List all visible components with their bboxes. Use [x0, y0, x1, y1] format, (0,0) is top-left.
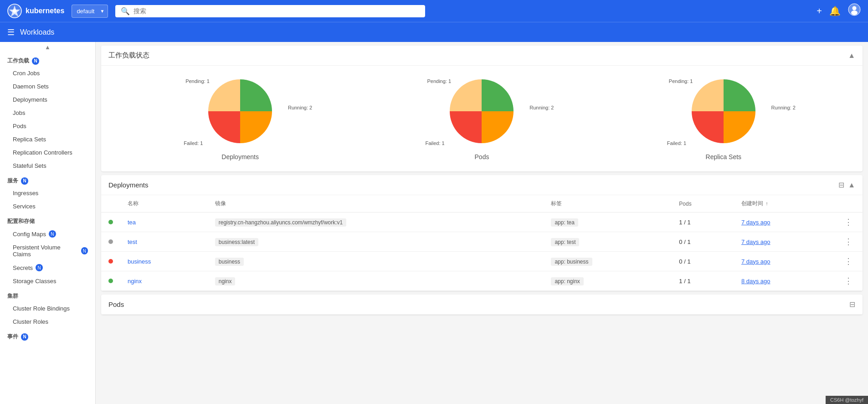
row-3-tag-cell: app: nginx — [544, 271, 672, 291]
replica-sets-running-label: Running: 2 — [771, 105, 796, 110]
sidebar-section-events[interactable]: 事件 N — [0, 328, 95, 342]
row-0-more-cell: ⋮ — [834, 212, 863, 232]
pods-running-label: Running: 2 — [529, 105, 554, 110]
user-menu-button[interactable] — [848, 3, 861, 19]
table-row: business business app: business 0 / 1 7 … — [101, 252, 863, 271]
sidebar-section-cluster[interactable]: 集群 — [0, 288, 95, 302]
sidebar-item-replication-controllers[interactable]: Replication Controllers — [0, 146, 95, 159]
sidebar-item-cluster-role-bindings[interactable]: Cluster Role Bindings — [0, 302, 95, 315]
row-0-tag-cell: app: tea — [544, 212, 672, 232]
deployments-card-header: Deployments ⊟ ▲ — [101, 175, 863, 195]
row-1-created-time[interactable]: 7 days ago — [741, 238, 770, 245]
deployments-running-label: Running: 2 — [288, 105, 312, 110]
sidebar-item-stateful-sets[interactable]: Stateful Sets — [0, 159, 95, 172]
pods-filter-icon[interactable]: ⊟ — [849, 300, 855, 309]
replica-sets-pending-label: Pending: 1 — [669, 78, 693, 84]
top-navigation: kubernetes default 🔍 + 🔔 — [0, 0, 868, 22]
svg-point-4 — [853, 6, 857, 10]
deployments-chart-item: Pending: 1 Running: 2 Failed: 1 Deployme… — [204, 75, 277, 161]
row-2-created-time[interactable]: 7 days ago — [741, 258, 770, 265]
add-button[interactable]: + — [817, 6, 822, 16]
row-0-more-button[interactable]: ⋮ — [842, 217, 855, 228]
workload-status-collapse-button[interactable]: ▲ — [848, 52, 855, 60]
workload-status-header: 工作负载状态 ▲ — [101, 46, 863, 66]
user-avatar-icon — [848, 3, 861, 16]
row-0-created-time[interactable]: 7 days ago — [741, 219, 770, 226]
search-input[interactable] — [134, 7, 420, 15]
row-1-pods-cell: 0 / 1 — [672, 232, 734, 252]
sidebar-item-jobs[interactable]: Jobs — [0, 106, 95, 119]
sidebar-item-storage-classes[interactable]: Storage Classes — [0, 275, 95, 288]
table-row: tea registry.cn-hangzhou.aliyuncs.com/wm… — [101, 212, 863, 232]
config-maps-label: Config Maps — [13, 231, 46, 238]
sidebar-section-workloads-label: 工作负载 — [7, 57, 29, 65]
row-0-status-dot — [108, 220, 113, 224]
main-content: 工作负载状态 ▲ — [96, 42, 868, 404]
sidebar-scroll-up[interactable]: ▲ — [0, 42, 95, 52]
hamburger-menu-icon[interactable]: ☰ — [7, 27, 15, 37]
pods-pie-chart — [445, 75, 518, 148]
deployments-collapse-button[interactable]: ▲ — [848, 181, 855, 189]
namespace-selector-wrapper[interactable]: default — [72, 5, 108, 18]
main-layout: ▲ 工作负载 N Cron Jobs Daemon Sets Deploymen… — [0, 42, 868, 404]
sidebar-item-cluster-roles[interactable]: Cluster Roles — [0, 315, 95, 328]
row-1-status-dot — [108, 239, 113, 244]
sidebar-section-workloads[interactable]: 工作负载 N — [0, 52, 95, 67]
namespace-select[interactable]: default — [72, 5, 108, 18]
pods-card: Pods ⊟ — [101, 295, 863, 315]
sidebar-item-services[interactable]: Services — [0, 200, 95, 213]
deployments-card-title: Deployments — [108, 181, 149, 189]
pods-card-title: Pods — [108, 300, 124, 308]
row-2-status-dot — [108, 259, 113, 264]
pods-failed-label: Failed: 1 — [425, 140, 444, 146]
replica-sets-pie-wrapper: Pending: 1 Running: 2 Failed: 1 — [687, 75, 760, 148]
created-label: 创建时间 — [741, 200, 763, 207]
row-3-created-cell: 8 days ago — [734, 271, 834, 291]
sidebar-item-ingresses[interactable]: Ingresses — [0, 186, 95, 200]
sidebar-item-daemon-sets[interactable]: Daemon Sets — [0, 80, 95, 93]
row-3-created-time[interactable]: 8 days ago — [741, 278, 770, 285]
row-3-name-link[interactable]: nginx — [128, 278, 142, 285]
row-2-name-cell: business — [120, 252, 208, 271]
replica-sets-chart-label: Replica Sets — [706, 153, 742, 161]
row-1-tag-cell: app: test — [544, 232, 672, 252]
secrets-label: Secrets — [13, 264, 33, 271]
secrets-badge: N — [36, 264, 43, 271]
col-image-header: 镜像 — [208, 195, 544, 212]
row-3-more-button[interactable]: ⋮ — [842, 275, 855, 286]
sidebar-item-deployments[interactable]: Deployments — [0, 93, 95, 106]
row-0-name-cell: tea — [120, 212, 208, 232]
sidebar-section-services-label: 服务 — [7, 177, 18, 185]
sidebar-item-pods[interactable]: Pods — [0, 119, 95, 133]
sidebar-item-secrets[interactable]: Secrets N — [0, 261, 95, 275]
row-2-more-button[interactable]: ⋮ — [842, 256, 855, 267]
row-1-more-button[interactable]: ⋮ — [842, 236, 855, 247]
sidebar-section-config[interactable]: 配置和存储 — [0, 213, 95, 227]
deployments-pending-label: Pending: 1 — [185, 78, 210, 84]
row-2-name-link[interactable]: business — [128, 258, 151, 265]
pods-card-header: Pods ⊟ — [101, 295, 863, 315]
replica-sets-chart-item: Pending: 1 Running: 2 Failed: 1 Replica … — [687, 75, 760, 161]
row-0-name-link[interactable]: tea — [128, 219, 136, 226]
search-area: 🔍 — [115, 5, 425, 17]
row-1-more-cell: ⋮ — [834, 232, 863, 252]
row-3-image-cell: nginx — [208, 271, 544, 291]
bottom-bar: CS6H @tozhyf — [826, 396, 868, 404]
sidebar-section-services[interactable]: 服务 N — [0, 172, 95, 186]
sidebar-item-pvc[interactable]: Persistent Volume Claims N — [0, 241, 95, 261]
row-0-pods-cell: 1 / 1 — [672, 212, 734, 232]
sidebar-item-cron-jobs[interactable]: Cron Jobs — [0, 67, 95, 80]
kubernetes-logo-icon — [7, 4, 22, 18]
sidebar-item-replica-sets[interactable]: Replica Sets — [0, 133, 95, 146]
sidebar-section-config-label: 配置和存储 — [7, 218, 35, 225]
deployments-pie-chart — [204, 75, 277, 148]
deployments-filter-icon[interactable]: ⊟ — [838, 181, 844, 189]
sidebar-item-config-maps[interactable]: Config Maps N — [0, 227, 95, 241]
row-1-created-cell: 7 days ago — [734, 232, 834, 252]
col-created-header: 创建时间 ↑ — [734, 195, 834, 212]
pvc-badge: N — [81, 247, 88, 254]
notifications-button[interactable]: 🔔 — [829, 5, 841, 16]
top-nav-actions: + 🔔 — [817, 3, 861, 19]
row-1-name-link[interactable]: test — [128, 238, 137, 245]
created-sort-arrow[interactable]: ↑ — [765, 201, 768, 206]
